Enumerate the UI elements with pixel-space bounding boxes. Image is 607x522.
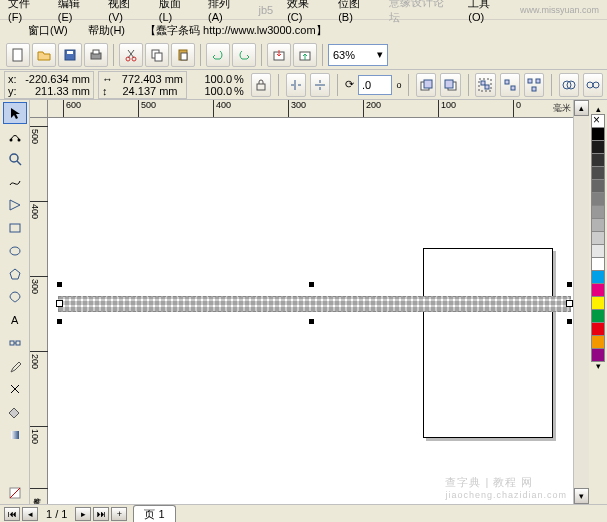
swatch-red[interactable] — [591, 322, 605, 336]
open-button[interactable] — [32, 43, 56, 67]
swatch[interactable] — [591, 179, 605, 193]
selection-handle-se[interactable] — [566, 318, 573, 325]
menu-layout[interactable]: 版面(L) — [159, 0, 194, 23]
selection-handle-s[interactable] — [308, 318, 315, 325]
swatch[interactable] — [591, 192, 605, 206]
palette-down-button[interactable]: ▾ — [596, 361, 601, 371]
swatch-yellow[interactable] — [591, 296, 605, 310]
export-button[interactable] — [293, 43, 317, 67]
selected-object[interactable] — [58, 296, 571, 312]
page-tab[interactable]: 页 1 — [133, 505, 175, 523]
swatch[interactable] — [591, 244, 605, 258]
menu-file[interactable]: 文件(F) — [8, 0, 44, 23]
height-value[interactable]: 24.137 mm — [110, 85, 178, 97]
scroll-down-button[interactable]: ▾ — [574, 488, 589, 504]
print-button[interactable] — [84, 43, 108, 67]
swatch-black[interactable] — [591, 127, 605, 141]
page-first-button[interactable]: ⏮ — [4, 507, 20, 521]
menu-effects[interactable]: 效果(C) — [287, 0, 324, 23]
lock-ratio-button[interactable] — [251, 73, 271, 97]
selection-handle-n[interactable] — [308, 281, 315, 288]
scale-y[interactable]: 100.0 — [194, 85, 232, 97]
ruler-origin[interactable] — [30, 100, 48, 118]
break-button[interactable] — [583, 73, 603, 97]
scroll-track[interactable] — [574, 116, 589, 488]
eyedropper-tool[interactable] — [3, 355, 27, 377]
menu-arrange[interactable]: 排列(A) — [208, 0, 244, 23]
text-tool[interactable]: A — [3, 309, 27, 331]
svg-rect-20 — [485, 85, 489, 89]
redo-button[interactable] — [232, 43, 256, 67]
mirror-v-button[interactable] — [310, 73, 330, 97]
ungroup-all-button[interactable] — [524, 73, 544, 97]
blend-tool[interactable] — [3, 332, 27, 354]
menu-barcode[interactable]: 【蠢字条码 http://www.lw3000.com】 — [145, 23, 327, 38]
selection-handle-sw[interactable] — [56, 318, 63, 325]
mirror-h-button[interactable] — [286, 73, 306, 97]
outline-tool[interactable] — [3, 378, 27, 400]
import-button[interactable] — [267, 43, 291, 67]
combine-button[interactable] — [559, 73, 579, 97]
width-value[interactable]: 772.403 mm — [115, 73, 183, 85]
rectangle-tool[interactable] — [3, 217, 27, 239]
cut-button[interactable] — [119, 43, 143, 67]
selection-handle-ne[interactable] — [566, 281, 573, 288]
selection-handle-w[interactable] — [56, 300, 63, 307]
swatch[interactable] — [591, 140, 605, 154]
swatch-none[interactable] — [591, 114, 605, 128]
page-prev-button[interactable]: ◂ — [22, 507, 38, 521]
ungroup-button[interactable] — [500, 73, 520, 97]
swatch-cyan[interactable] — [591, 270, 605, 284]
y-value[interactable]: 211.33 mm — [22, 85, 90, 97]
undo-button[interactable] — [206, 43, 230, 67]
selection-handle-nw[interactable] — [56, 281, 63, 288]
to-front-button[interactable] — [416, 73, 436, 97]
pick-tool[interactable] — [3, 102, 27, 124]
swatch[interactable] — [591, 218, 605, 232]
ruler-vertical[interactable]: 500 400 300 200 100 长度 — [30, 118, 48, 504]
menu-help[interactable]: 帮助(H) — [88, 23, 125, 38]
group-button[interactable] — [475, 73, 495, 97]
interactive-fill-tool[interactable] — [3, 424, 27, 446]
swatch-purple[interactable] — [591, 348, 605, 362]
copy-button[interactable] — [145, 43, 169, 67]
page-next-button[interactable]: ▸ — [75, 507, 91, 521]
menu-window[interactable]: 窗口(W) — [28, 23, 68, 38]
add-page-button[interactable]: + — [111, 507, 127, 521]
swatch-magenta[interactable] — [591, 283, 605, 297]
x-value[interactable]: -220.634 mm — [22, 73, 90, 85]
menu-tools[interactable]: 工具(O) — [468, 0, 506, 23]
swatch[interactable] — [591, 166, 605, 180]
ruler-horizontal[interactable]: 600 500 400 300 200 100 0 毫米 — [48, 100, 573, 118]
swatch-white[interactable] — [591, 257, 605, 271]
scale-x[interactable]: 100.0 — [194, 73, 232, 85]
paste-button[interactable] — [171, 43, 195, 67]
scrollbar-vertical[interactable]: ▴ ▾ — [573, 100, 589, 504]
fill-tool[interactable] — [3, 401, 27, 423]
swatch[interactable] — [591, 205, 605, 219]
menu-edit[interactable]: 编辑(E) — [58, 0, 94, 23]
selection-handle-e[interactable] — [566, 300, 573, 307]
freehand-tool[interactable] — [3, 171, 27, 193]
page-last-button[interactable]: ⏭ — [93, 507, 109, 521]
save-button[interactable] — [58, 43, 82, 67]
swatch[interactable] — [591, 231, 605, 245]
no-fill-tool[interactable] — [3, 482, 27, 504]
swatch[interactable] — [591, 153, 605, 167]
to-back-button[interactable] — [440, 73, 460, 97]
menu-view[interactable]: 视图(V) — [108, 0, 144, 23]
scroll-up-button[interactable]: ▴ — [574, 100, 589, 116]
smart-draw-tool[interactable] — [3, 194, 27, 216]
basic-shapes-tool[interactable] — [3, 286, 27, 308]
shape-tool[interactable] — [3, 125, 27, 147]
ellipse-tool[interactable] — [3, 240, 27, 262]
zoom-dropdown[interactable]: 63% ▾ — [328, 44, 388, 66]
menu-bitmaps[interactable]: 位图(B) — [338, 0, 374, 23]
canvas[interactable]: 查字典 | 教程 网 jiaocheng.chazidian.com — [48, 118, 573, 504]
swatch-orange[interactable] — [591, 335, 605, 349]
zoom-tool[interactable] — [3, 148, 27, 170]
rotation-input[interactable]: .0 — [358, 75, 392, 95]
new-button[interactable] — [6, 43, 30, 67]
swatch-green[interactable] — [591, 309, 605, 323]
polygon-tool[interactable] — [3, 263, 27, 285]
